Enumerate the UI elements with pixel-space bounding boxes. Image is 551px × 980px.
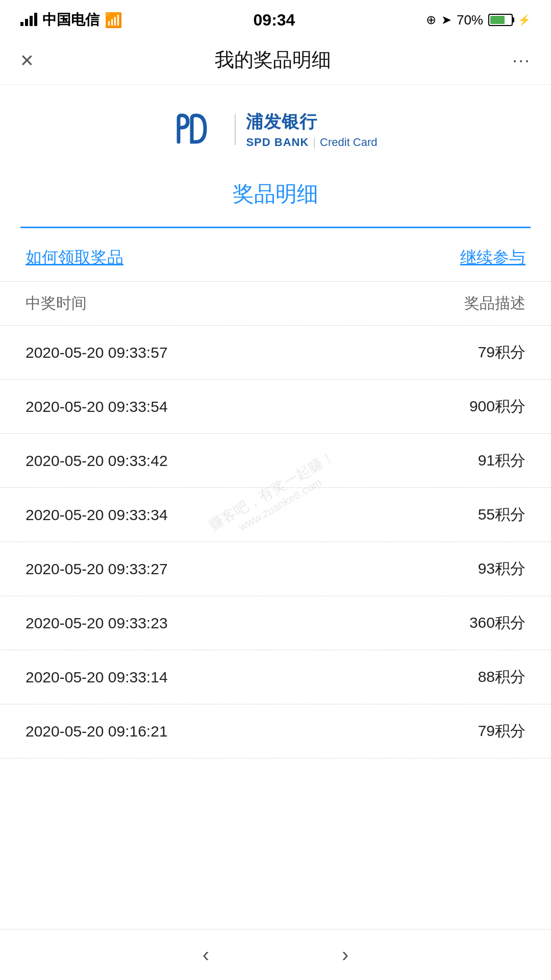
table-row: 2020-05-20 09:33:54 900积分	[0, 380, 551, 434]
forward-button[interactable]: ›	[327, 938, 364, 971]
row-prize: 79积分	[478, 721, 525, 742]
row-prize: 93积分	[478, 558, 525, 579]
charging-icon: ⚡	[518, 14, 531, 26]
table-row: 2020-05-20 09:33:27 93积分	[0, 542, 551, 596]
table-row: 2020-05-20 09:33:23 360积分	[0, 596, 551, 650]
continue-participate-link[interactable]: 继续参与	[460, 247, 525, 269]
signal-icon	[20, 14, 37, 26]
row-time: 2020-05-20 09:33:27	[26, 560, 168, 578]
nav-bar: × 我的奖品明细 ···	[0, 36, 551, 85]
table-row: 2020-05-20 09:16:21 79积分	[0, 704, 551, 758]
status-time: 09:34	[254, 11, 295, 30]
more-button[interactable]: ···	[512, 50, 531, 71]
status-right: ⊕ ➤ 70% ⚡	[426, 12, 531, 28]
col-time-header: 中奖时间	[26, 293, 87, 314]
battery-icon	[488, 14, 513, 26]
header-logo: 浦发银行 SPD BANK | Credit Card	[0, 85, 551, 164]
row-prize: 79积分	[478, 342, 525, 363]
status-left: 中国电信 📶	[20, 10, 122, 30]
close-button[interactable]: ×	[20, 49, 34, 71]
table-row: 2020-05-20 09:33:34 55积分	[0, 488, 551, 542]
how-to-claim-link[interactable]: 如何领取奖品	[26, 247, 123, 269]
bank-name-cn: 浦发银行	[246, 110, 377, 134]
row-time: 2020-05-20 09:33:14	[26, 669, 168, 686]
row-prize: 91积分	[478, 450, 525, 471]
page-title-section: 奖品明细	[0, 164, 551, 218]
col-prize-header: 奖品描述	[464, 293, 525, 314]
direction-icon: ➤	[441, 13, 452, 27]
row-prize: 88积分	[478, 667, 525, 688]
row-prize: 55积分	[478, 504, 525, 525]
bank-name-en-row: SPD BANK | Credit Card	[246, 136, 377, 149]
row-time: 2020-05-20 09:16:21	[26, 723, 168, 740]
battery-percent: 70%	[457, 12, 483, 28]
logo-row: 浦发银行 SPD BANK | Credit Card	[173, 110, 377, 149]
row-time: 2020-05-20 09:33:54	[26, 398, 168, 415]
row-prize: 360积分	[469, 612, 525, 633]
page-title: 奖品明细	[233, 182, 318, 206]
location-icon: ⊕	[426, 13, 436, 27]
status-bar: 中国电信 📶 09:34 ⊕ ➤ 70% ⚡	[0, 0, 551, 36]
logo-text: 浦发银行 SPD BANK | Credit Card	[246, 110, 377, 149]
row-time: 2020-05-20 09:33:57	[26, 344, 168, 361]
table-header: 中奖时间 奖品描述	[0, 282, 551, 326]
bottom-nav: ‹ ›	[0, 929, 551, 980]
carrier-label: 中国电信	[42, 10, 99, 30]
row-time: 2020-05-20 09:33:42	[26, 452, 168, 470]
row-prize: 900积分	[469, 396, 525, 417]
bank-name-en: SPD BANK	[246, 136, 309, 149]
table-row: 2020-05-20 09:33:57 79积分	[0, 326, 551, 380]
table-body: 2020-05-20 09:33:57 79积分 2020-05-20 09:3…	[0, 326, 551, 758]
logo-divider	[235, 114, 236, 145]
action-links: 如何领取奖品 继续参与	[0, 228, 551, 282]
row-time: 2020-05-20 09:33:23	[26, 615, 168, 632]
credit-card-label: Credit Card	[320, 136, 377, 149]
row-time: 2020-05-20 09:33:34	[26, 506, 168, 524]
spd-logo	[173, 111, 224, 148]
nav-title: 我的奖品明细	[215, 47, 331, 73]
table-row: 2020-05-20 09:33:14 88积分	[0, 650, 551, 704]
back-button[interactable]: ‹	[187, 938, 224, 971]
wifi-icon: 📶	[105, 12, 122, 29]
table-row: 2020-05-20 09:33:42 91积分	[0, 434, 551, 488]
